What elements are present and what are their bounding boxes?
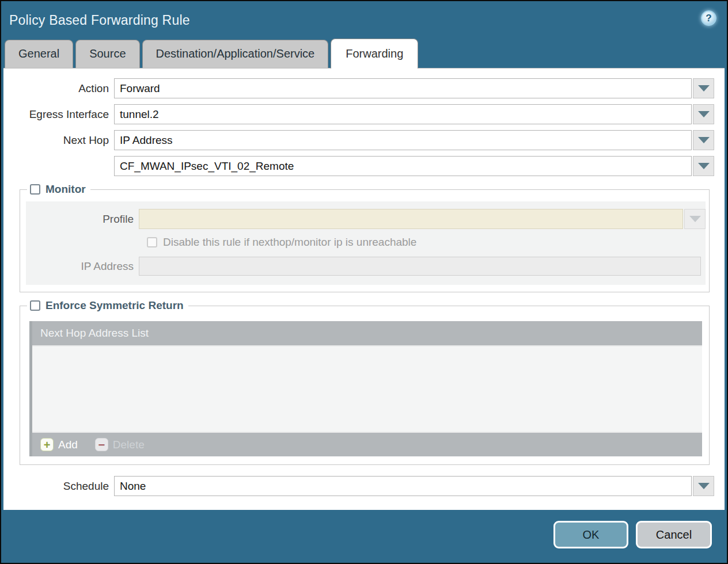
help-icon[interactable]: ? bbox=[701, 10, 716, 26]
chevron-down-icon bbox=[698, 111, 710, 117]
pbf-rule-dialog: Policy Based Forwarding Rule ? General S… bbox=[0, 0, 728, 564]
next-hop-address-list-header: Next Hop Address List bbox=[32, 321, 702, 346]
egress-interface-label: Egress Interface bbox=[7, 108, 114, 121]
action-select[interactable]: Forward bbox=[114, 78, 692, 98]
schedule-row: Schedule None bbox=[7, 476, 714, 496]
next-hop-address-list-body[interactable] bbox=[32, 346, 702, 432]
egress-interface-dropdown-button[interactable] bbox=[693, 104, 714, 124]
next-hop-address-combo: CF_MWAN_IPsec_VTI_02_Remote bbox=[114, 156, 714, 176]
profile-select bbox=[139, 209, 683, 229]
plus-icon: + bbox=[40, 438, 54, 451]
tab-bar: General Source Destination/Application/S… bbox=[1, 36, 727, 68]
chevron-down-icon bbox=[689, 216, 701, 222]
dialog-titlebar: Policy Based Forwarding Rule ? bbox=[1, 1, 727, 36]
egress-interface-combo: tunnel.2 bbox=[114, 104, 714, 124]
table-toolbar: + Add − Delete bbox=[32, 432, 702, 456]
profile-dropdown-button bbox=[684, 209, 706, 229]
ok-button[interactable]: OK bbox=[553, 521, 628, 548]
forwarding-tab-panel: Action Forward Egress Interface tunnel.2… bbox=[3, 68, 725, 510]
cancel-button[interactable]: Cancel bbox=[636, 521, 712, 548]
dialog-footer: OK Cancel bbox=[1, 510, 727, 563]
enforce-legend: Enforce Symmetric Return bbox=[27, 299, 188, 312]
dialog-title: Policy Based Forwarding Rule bbox=[9, 13, 190, 28]
action-dropdown-button[interactable] bbox=[693, 78, 714, 98]
schedule-dropdown-button[interactable] bbox=[693, 476, 714, 496]
chevron-down-icon bbox=[698, 483, 710, 489]
disable-rule-checkbox bbox=[147, 237, 157, 247]
tab-destination-application-service[interactable]: Destination/Application/Service bbox=[142, 40, 329, 68]
chevron-down-icon bbox=[698, 137, 710, 143]
monitor-ip-row: IP Address bbox=[26, 257, 706, 276]
monitor-legend: Monitor bbox=[27, 183, 90, 196]
tab-source[interactable]: Source bbox=[75, 40, 139, 68]
action-row: Action Forward bbox=[7, 78, 714, 98]
minus-icon: − bbox=[95, 438, 108, 451]
next-hop-address-row: CF_MWAN_IPsec_VTI_02_Remote bbox=[7, 156, 714, 176]
chevron-down-icon bbox=[698, 85, 710, 92]
schedule-combo: None bbox=[114, 476, 714, 496]
next-hop-address-table: Next Hop Address List + Add − Delete bbox=[29, 321, 702, 456]
monitor-ip-label: IP Address bbox=[26, 260, 139, 273]
disable-rule-row: Disable this rule if nexthop/monitor ip … bbox=[147, 236, 706, 249]
action-label: Action bbox=[7, 82, 114, 95]
egress-interface-select[interactable]: tunnel.2 bbox=[114, 104, 692, 124]
delete-button: − Delete bbox=[95, 438, 145, 451]
next-hop-label: Next Hop bbox=[7, 134, 114, 147]
tab-general[interactable]: General bbox=[5, 40, 73, 68]
profile-combo bbox=[139, 209, 706, 229]
chevron-down-icon bbox=[698, 163, 710, 169]
profile-row: Profile bbox=[26, 209, 706, 229]
add-button-label: Add bbox=[58, 439, 78, 451]
next-hop-type-select[interactable]: IP Address bbox=[114, 130, 692, 150]
egress-interface-row: Egress Interface tunnel.2 bbox=[7, 104, 714, 124]
enforce-symmetric-return-checkbox[interactable] bbox=[30, 300, 40, 311]
monitor-checkbox[interactable] bbox=[30, 184, 40, 195]
enforce-symmetric-return-section: Enforce Symmetric Return Next Hop Addres… bbox=[20, 299, 710, 465]
next-hop-combo: IP Address bbox=[114, 130, 714, 150]
monitor-ip-input bbox=[139, 257, 701, 276]
next-hop-row: Next Hop IP Address bbox=[7, 130, 714, 150]
schedule-select[interactable]: None bbox=[114, 476, 692, 496]
monitor-section: Monitor Profile Disable this rule if nex… bbox=[20, 183, 710, 292]
schedule-label: Schedule bbox=[7, 480, 114, 493]
profile-label: Profile bbox=[26, 213, 139, 226]
help-glyph: ? bbox=[706, 13, 711, 24]
disable-rule-label: Disable this rule if nexthop/monitor ip … bbox=[163, 236, 416, 249]
delete-button-label: Delete bbox=[113, 439, 145, 451]
next-hop-address-dropdown-button[interactable] bbox=[693, 156, 714, 176]
tab-forwarding[interactable]: Forwarding bbox=[331, 39, 418, 68]
enforce-legend-label: Enforce Symmetric Return bbox=[46, 299, 184, 312]
add-button[interactable]: + Add bbox=[40, 438, 78, 451]
next-hop-dropdown-button[interactable] bbox=[693, 130, 714, 150]
monitor-panel: Profile Disable this rule if nexthop/mon… bbox=[26, 201, 706, 285]
next-hop-address-select[interactable]: CF_MWAN_IPsec_VTI_02_Remote bbox=[114, 156, 692, 176]
action-combo: Forward bbox=[114, 78, 714, 98]
monitor-legend-label: Monitor bbox=[46, 183, 86, 196]
